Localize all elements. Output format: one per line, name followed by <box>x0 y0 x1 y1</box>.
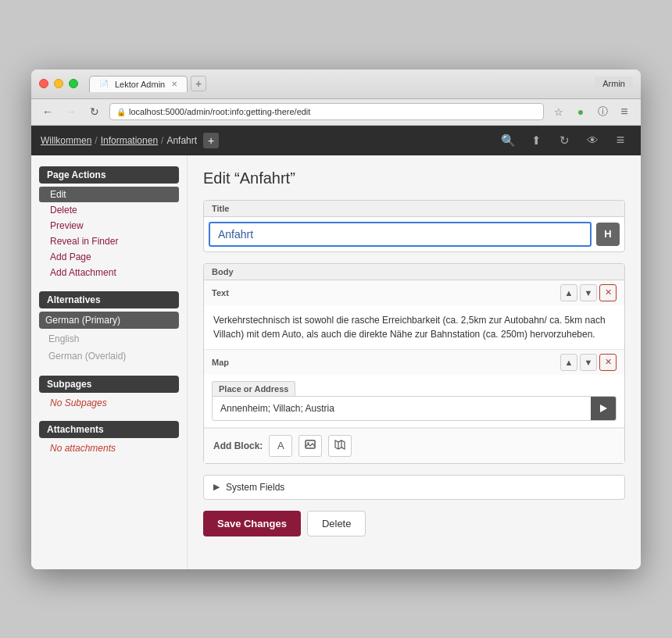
text-block-content: Verkehrstechnisch ist sowohl die rasche … <box>204 305 624 349</box>
map-block-label: Map <box>212 358 560 367</box>
text-block-up[interactable]: ▲ <box>560 284 577 301</box>
breadcrumb: Willkommen / Informationen / Anfahrt + <box>41 133 494 148</box>
text-block-controls: ▲ ▼ ✕ <box>560 284 617 301</box>
breadcrumb-current: Anfahrt <box>166 135 197 146</box>
forward-button[interactable]: → <box>63 103 80 120</box>
text-block-down[interactable]: ▼ <box>580 284 597 301</box>
maximize-button[interactable] <box>69 79 78 88</box>
page-actions-header: Page Actions <box>39 166 179 184</box>
add-text-block-button[interactable]: A <box>269 435 292 457</box>
app-toolbar: Willkommen / Informationen / Anfahrt + 🔍… <box>31 126 641 155</box>
sidebar-item-edit[interactable]: Edit <box>39 187 179 202</box>
map-block-remove[interactable]: ✕ <box>599 354 617 371</box>
action-buttons: Save Changes Delete <box>203 511 625 536</box>
text-block-header: Text ▲ ▼ ✕ <box>204 280 624 305</box>
browser-window: 📄 Lektor Admin ✕ + Armin ← → ↻ 🔒 localho… <box>31 70 641 569</box>
minimize-button[interactable] <box>54 79 63 88</box>
toolbar-actions: 🔍 ⬆ ↻ 👁 ≡ <box>497 130 631 151</box>
tab-close-icon[interactable]: ✕ <box>171 80 177 88</box>
alternatives-section: Alternatives German (Primary) English Ge… <box>39 291 179 365</box>
close-button[interactable] <box>39 79 48 88</box>
sidebar-item-preview[interactable]: Preview <box>39 218 179 233</box>
bookmark-icon[interactable]: ☆ <box>550 103 567 120</box>
tab-bar: 📄 Lektor Admin ✕ + <box>89 76 595 92</box>
attachments-section: Attachments No attachments <box>39 421 179 455</box>
sidebar-german-overlaid[interactable]: German (Overlaid) <box>39 348 179 365</box>
subpages-header: Subpages <box>39 376 179 393</box>
page-heading: Edit “Anfahrt” <box>203 169 625 187</box>
reload-button[interactable]: ↻ <box>86 103 103 120</box>
text-block-remove[interactable]: ✕ <box>599 284 617 301</box>
no-subpages-label: No Subpages <box>39 396 179 410</box>
save-changes-button[interactable]: Save Changes <box>203 511 301 536</box>
add-image-icon <box>305 440 316 451</box>
system-fields-row[interactable]: ▶ System Fields <box>203 475 625 500</box>
title-input-row: H <box>204 217 624 251</box>
text-block-row: Text ▲ ▼ ✕ Verkehrstechnisch ist sowohl … <box>204 280 624 350</box>
add-breadcrumb-button[interactable]: + <box>203 133 219 148</box>
page-actions-section: Page Actions Edit Delete Preview Reveal … <box>39 166 179 280</box>
add-map-icon <box>334 440 345 452</box>
title-field-group: Title H <box>203 200 625 252</box>
url-bar[interactable]: 🔒 localhost:5000/admin/root:info:getting… <box>109 103 544 120</box>
sidebar-english[interactable]: English <box>39 330 179 348</box>
edit-area: Edit “Anfahrt” Title H Body Text ▲ <box>188 155 641 569</box>
alternatives-header: Alternatives <box>39 291 179 308</box>
sidebar: Page Actions Edit Delete Preview Reveal … <box>31 155 188 569</box>
place-input[interactable] <box>213 398 591 419</box>
new-tab-button[interactable]: + <box>191 76 206 91</box>
svg-marker-2 <box>335 440 345 449</box>
url-icon: 🔒 <box>116 108 126 116</box>
delete-button[interactable]: Delete <box>307 511 366 536</box>
map-go-button[interactable] <box>591 397 616 420</box>
sidebar-item-delete[interactable]: Delete <box>39 202 179 218</box>
subpages-section: Subpages No Subpages <box>39 376 179 410</box>
title-input[interactable] <box>209 222 592 247</box>
sidebar-item-add-attachment[interactable]: Add Attachment <box>39 265 179 280</box>
upload-toolbar-button[interactable]: ⬆ <box>525 130 547 151</box>
text-block-text: Verkehrstechnisch ist sowohl die rasche … <box>213 313 615 341</box>
map-field-row: Place or Address <box>204 375 624 427</box>
no-attachments-label: No attachments <box>39 441 179 455</box>
sidebar-item-add-page[interactable]: Add Page <box>39 249 179 265</box>
add-text-icon: A <box>277 440 284 451</box>
text-block-label: Text <box>212 288 560 298</box>
add-image-block-button[interactable] <box>298 435 322 457</box>
map-block-down[interactable]: ▼ <box>580 354 597 371</box>
attachments-header: Attachments <box>39 421 179 438</box>
breadcrumb-informationen[interactable]: Informationen <box>101 135 158 146</box>
map-block-row: Map ▲ ▼ ✕ Place or Address <box>204 350 624 428</box>
system-fields-label: System Fields <box>226 482 284 493</box>
add-block-label: Add Block: <box>213 440 263 451</box>
url-text: localhost:5000/admin/root:info:getting-t… <box>129 107 310 116</box>
map-block-controls: ▲ ▼ ✕ <box>560 354 617 371</box>
tab-icon: 📄 <box>99 80 109 88</box>
search-toolbar-button[interactable]: 🔍 <box>497 130 519 151</box>
refresh-toolbar-button[interactable]: ↻ <box>553 130 575 151</box>
sidebar-item-reveal[interactable]: Reveal in Finder <box>39 233 179 249</box>
address-bar: ← → ↻ 🔒 localhost:5000/admin/root:info:g… <box>31 99 641 126</box>
body-label: Body <box>204 264 624 280</box>
browser-tab[interactable]: 📄 Lektor Admin ✕ <box>89 76 188 92</box>
add-map-block-button[interactable] <box>328 435 352 457</box>
h-badge[interactable]: H <box>596 223 620 246</box>
back-button[interactable]: ← <box>39 103 56 120</box>
menu-toolbar-button[interactable]: ≡ <box>609 130 631 151</box>
map-block-up[interactable]: ▲ <box>560 354 577 371</box>
sidebar-german-primary[interactable]: German (Primary) <box>39 312 179 329</box>
menu-icon[interactable]: ≡ <box>616 103 633 120</box>
info-icon[interactable]: ⓘ <box>594 103 611 120</box>
place-address-label: Place or Address <box>212 381 295 396</box>
title-label: Title <box>204 201 624 217</box>
breadcrumb-willkommen[interactable]: Willkommen <box>41 135 91 146</box>
preview-toolbar-button[interactable]: 👁 <box>581 130 603 151</box>
main-content: Page Actions Edit Delete Preview Reveal … <box>31 155 641 569</box>
title-bar: 📄 Lektor Admin ✕ + Armin <box>31 70 641 99</box>
place-label: Place or Address <box>212 381 617 396</box>
user-badge: Armin <box>595 77 633 91</box>
map-block-header: Map ▲ ▼ ✕ <box>204 350 624 375</box>
add-block-row: Add Block: A <box>204 428 624 463</box>
address-actions: ☆ ● ⓘ ≡ <box>550 103 633 120</box>
green-dot-icon[interactable]: ● <box>572 103 589 120</box>
system-fields-arrow-icon: ▶ <box>213 482 220 492</box>
